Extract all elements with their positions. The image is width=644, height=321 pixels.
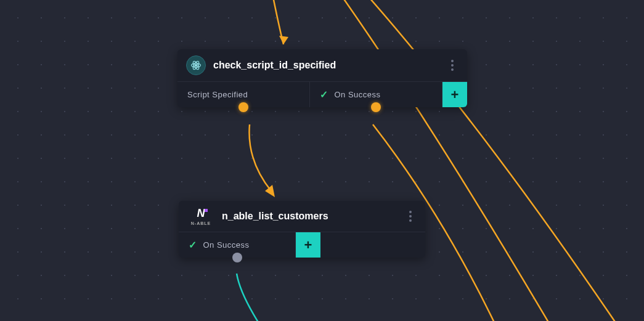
node-n-able-list-customers[interactable]: N N-ABLE n_able_list_customers ✓ On Succ… xyxy=(179,201,425,258)
output-port[interactable] xyxy=(238,102,248,112)
output-label: On Success xyxy=(335,90,381,99)
plus-icon: + xyxy=(304,237,312,253)
node-title: check_script_id_specified xyxy=(213,60,439,71)
kebab-menu-icon[interactable] xyxy=(446,58,459,73)
node-outputs: Script Specified ✓ On Success + xyxy=(177,82,467,107)
atom-icon xyxy=(186,55,206,75)
node-outputs: ✓ On Success + xyxy=(179,232,425,258)
output-label: On Success xyxy=(203,240,250,250)
output-script-specified[interactable]: Script Specified xyxy=(177,82,310,107)
node-header[interactable]: check_script_id_specified xyxy=(177,49,467,82)
plus-icon: + xyxy=(451,87,459,103)
node-title: n_able_list_customers xyxy=(222,211,397,222)
check-icon: ✓ xyxy=(189,239,197,251)
add-output-button[interactable]: + xyxy=(296,232,320,258)
add-output-button[interactable]: + xyxy=(442,82,467,107)
check-icon: ✓ xyxy=(320,89,328,100)
kebab-menu-icon[interactable] xyxy=(404,209,417,224)
output-on-success[interactable]: ✓ On Success xyxy=(310,82,442,107)
workflow-canvas[interactable]: check_script_id_specified Script Specifi… xyxy=(0,0,644,321)
nable-logo-icon: N N-ABLE xyxy=(187,207,214,226)
output-port[interactable] xyxy=(232,253,242,262)
node-header[interactable]: N N-ABLE n_able_list_customers xyxy=(179,201,425,232)
output-label: Script Specified xyxy=(187,90,248,99)
svg-point-2 xyxy=(195,64,197,66)
vendor-label: N-ABLE xyxy=(191,221,211,226)
output-port[interactable] xyxy=(371,102,381,112)
output-on-success[interactable]: ✓ On Success xyxy=(179,232,296,258)
node-check-script-id-specified[interactable]: check_script_id_specified Script Specifi… xyxy=(177,49,467,107)
